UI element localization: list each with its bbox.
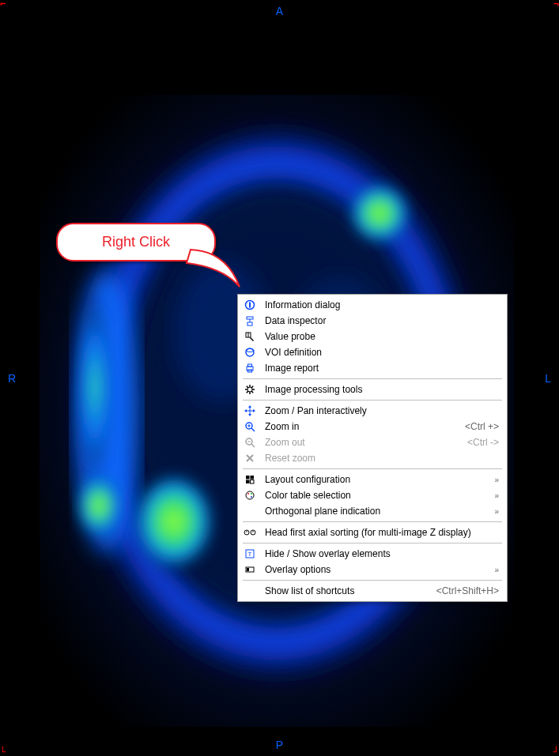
submenu-arrow-icon (494, 491, 499, 500)
blank-icon (243, 505, 257, 517)
menu-item-label: Zoom out (265, 437, 461, 448)
svg-point-51 (246, 491, 254, 499)
crosshair-icon (243, 404, 257, 417)
menu-item-zout: Zoom out<Ctrl -> (238, 434, 507, 450)
menu-item-ortho[interactable]: Orthogonal plane indication (238, 503, 507, 519)
probe-icon (243, 330, 257, 343)
svg-marker-17 (250, 337, 254, 341)
svg-point-53 (251, 493, 252, 495)
menu-item-shortcut: <Ctrl -> (467, 437, 499, 448)
menu-item-label: Zoom / Pan interactively (265, 405, 499, 416)
menu-item-label: Color table selection (265, 490, 488, 501)
menu-item-label: VOI definition (265, 347, 499, 358)
svg-line-25 (251, 391, 253, 393)
svg-point-8 (130, 470, 217, 573)
svg-line-29 (247, 386, 248, 388)
svg-line-27 (247, 391, 248, 393)
submenu-arrow-icon (494, 507, 499, 516)
menu-item-hfaxial[interactable]: Head first axial sorting (for multi-imag… (238, 525, 507, 540)
image-viewport[interactable]: ⌐ ¬ └ ┘ A P R L (0, 0, 559, 756)
menu-item-shortcut: <Ctrl +> (465, 421, 499, 432)
palette-icon (243, 489, 257, 502)
svg-rect-48 (251, 476, 255, 480)
overlay-toggle-icon: T (243, 547, 257, 560)
svg-point-58 (252, 531, 254, 532)
menu-item-zoompan[interactable]: Zoom / Pan interactively (238, 403, 507, 419)
menu-item-label: Layout configuration (265, 474, 488, 485)
submenu-arrow-icon (494, 476, 499, 484)
menu-item-ovlopt[interactable]: Overlay options (238, 562, 507, 577)
info-circle-icon (243, 299, 257, 311)
menu-item-label: Overlay options (265, 564, 488, 575)
orientation-posterior: P (276, 739, 283, 751)
svg-line-31 (251, 386, 253, 388)
svg-marker-37 (253, 409, 255, 412)
context-menu[interactable]: Information dialogData inspectorValue pr… (237, 294, 508, 602)
menu-item-shorts[interactable]: Show list of shortcuts<Ctrl+Shift+H> (238, 583, 507, 599)
menu-item-label: Image report (265, 363, 499, 374)
menu-item-label: Hide / Show overlay elements (265, 548, 499, 559)
menu-item-label: Image processing tools (265, 384, 499, 395)
svg-rect-12 (247, 317, 253, 319)
menu-item-label: Information dialog (265, 299, 499, 310)
orientation-anterior: A (276, 5, 283, 17)
svg-marker-34 (248, 405, 251, 408)
corner-marker-tr: ¬ (553, 0, 559, 8)
menu-item-overlay[interactable]: THide / Show overlay elements (238, 546, 507, 562)
menu-item-shortcut: <Ctrl+Shift+H> (436, 585, 499, 596)
corner-marker-tl: ⌐ (0, 0, 6, 8)
menu-item-zin[interactable]: Zoom in<Ctrl +> (238, 419, 507, 434)
svg-point-55 (244, 530, 249, 535)
svg-point-57 (246, 531, 247, 532)
svg-rect-49 (246, 480, 250, 484)
menu-item-label: Data inspector (265, 315, 499, 326)
menu-item-info[interactable]: Information dialog (238, 297, 507, 313)
voi-icon (243, 346, 257, 359)
menu-item-proc[interactable]: Image processing tools (238, 382, 507, 397)
menu-separator (243, 543, 502, 543)
layout-icon (243, 473, 257, 486)
zoom-out-icon (243, 436, 257, 449)
menu-separator (243, 580, 502, 581)
menu-item-ctable[interactable]: Color table selection (238, 487, 507, 503)
svg-rect-14 (247, 322, 252, 325)
svg-marker-35 (248, 414, 251, 416)
menu-item-label: Reset zoom (265, 453, 499, 464)
menu-item-zrst: Reset zoom (238, 450, 507, 466)
svg-text:T: T (248, 551, 252, 558)
menu-separator (243, 378, 502, 379)
svg-rect-11 (249, 303, 251, 308)
menu-item-report[interactable]: Image report (238, 360, 507, 376)
menu-item-label: Orthogonal plane indication (265, 506, 488, 517)
menu-separator (243, 400, 502, 401)
svg-line-43 (251, 444, 255, 447)
printer-icon (243, 362, 257, 374)
reset-icon (243, 452, 257, 465)
menu-item-label: Head first axial sorting (for multi-imag… (265, 527, 499, 538)
svg-point-54 (251, 496, 252, 498)
svg-point-9 (77, 474, 121, 537)
corner-marker-bl: └ (0, 748, 6, 756)
svg-line-39 (251, 428, 255, 431)
svg-point-56 (251, 530, 255, 535)
orientation-right: R (8, 372, 16, 385)
menu-item-probe[interactable]: Value probe (238, 329, 507, 344)
menu-separator (243, 521, 502, 522)
overlay-opt-icon (243, 563, 257, 576)
submenu-arrow-icon (494, 566, 499, 574)
menu-item-label: Value probe (265, 331, 499, 342)
svg-rect-47 (246, 476, 250, 480)
svg-point-6 (77, 292, 112, 482)
menu-item-label: Show list of shortcuts (265, 585, 430, 596)
svg-rect-50 (251, 480, 255, 484)
menu-item-inspect[interactable]: Data inspector (238, 313, 507, 329)
orientation-left: L (545, 372, 551, 385)
menu-item-layout[interactable]: Layout configuration (238, 472, 507, 487)
svg-rect-21 (248, 364, 252, 367)
zoom-in-icon (243, 420, 257, 433)
gear-icon (243, 383, 257, 396)
svg-point-52 (247, 493, 249, 495)
menu-item-voi[interactable]: VOI definition (238, 344, 507, 360)
corner-marker-br: ┘ (553, 748, 559, 756)
svg-marker-36 (244, 409, 247, 412)
